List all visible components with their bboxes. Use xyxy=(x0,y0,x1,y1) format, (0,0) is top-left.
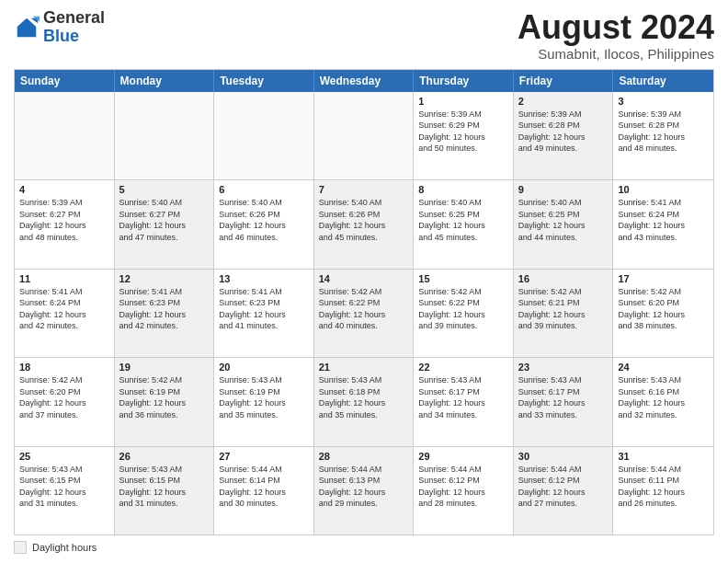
calendar-cell xyxy=(314,92,415,179)
calendar-cell: 24Sunrise: 5:43 AM Sunset: 6:16 PM Dayli… xyxy=(613,358,713,445)
cell-info: Sunrise: 5:44 AM Sunset: 6:12 PM Dayligh… xyxy=(418,464,508,510)
cell-info: Sunrise: 5:40 AM Sunset: 6:25 PM Dayligh… xyxy=(418,197,508,243)
cell-info: Sunrise: 5:43 AM Sunset: 6:16 PM Dayligh… xyxy=(618,374,709,420)
day-number: 16 xyxy=(518,273,609,284)
day-number: 20 xyxy=(219,362,309,373)
day-number: 9 xyxy=(518,184,609,195)
calendar-row-5: 25Sunrise: 5:43 AM Sunset: 6:15 PM Dayli… xyxy=(15,446,713,534)
day-number: 21 xyxy=(319,362,409,373)
calendar-cell xyxy=(214,92,314,179)
cell-info: Sunrise: 5:43 AM Sunset: 6:17 PM Dayligh… xyxy=(418,374,508,420)
day-number: 23 xyxy=(518,362,609,373)
day-number: 2 xyxy=(518,96,609,107)
calendar-cell: 26Sunrise: 5:43 AM Sunset: 6:15 PM Dayli… xyxy=(115,447,215,534)
cell-info: Sunrise: 5:44 AM Sunset: 6:14 PM Dayligh… xyxy=(219,464,309,510)
calendar-row-3: 11Sunrise: 5:41 AM Sunset: 6:24 PM Dayli… xyxy=(15,269,713,357)
cell-info: Sunrise: 5:40 AM Sunset: 6:26 PM Dayligh… xyxy=(219,197,309,243)
day-number: 13 xyxy=(219,273,309,284)
day-number: 4 xyxy=(19,184,109,195)
logo-general: General xyxy=(43,8,105,27)
cell-info: Sunrise: 5:40 AM Sunset: 6:27 PM Dayligh… xyxy=(119,197,210,243)
cell-info: Sunrise: 5:42 AM Sunset: 6:19 PM Dayligh… xyxy=(119,374,210,420)
calendar-cell: 8Sunrise: 5:40 AM Sunset: 6:25 PM Daylig… xyxy=(414,180,514,268)
day-number: 8 xyxy=(418,184,508,195)
header-day-tuesday: Tuesday xyxy=(214,70,314,92)
day-number: 6 xyxy=(219,184,309,195)
calendar-cell: 23Sunrise: 5:43 AM Sunset: 6:17 PM Dayli… xyxy=(514,358,614,445)
logo-blue: Blue xyxy=(43,27,79,45)
calendar-cell: 18Sunrise: 5:42 AM Sunset: 6:20 PM Dayli… xyxy=(15,358,115,445)
day-number: 24 xyxy=(618,362,709,373)
calendar-cell: 19Sunrise: 5:42 AM Sunset: 6:19 PM Dayli… xyxy=(115,358,215,445)
title-block: August 2024 Sumabnit, Ilocos, Philippine… xyxy=(518,9,714,62)
day-number: 18 xyxy=(19,362,109,373)
calendar-cell xyxy=(15,92,115,179)
calendar-cell: 22Sunrise: 5:43 AM Sunset: 6:17 PM Dayli… xyxy=(414,358,514,445)
cell-info: Sunrise: 5:43 AM Sunset: 6:18 PM Dayligh… xyxy=(319,374,409,420)
calendar: SundayMondayTuesdayWednesdayThursdayFrid… xyxy=(14,69,714,535)
day-number: 7 xyxy=(319,184,409,195)
header-day-saturday: Saturday xyxy=(613,70,713,92)
cell-info: Sunrise: 5:42 AM Sunset: 6:20 PM Dayligh… xyxy=(618,286,709,332)
header-day-monday: Monday xyxy=(115,70,215,92)
calendar-cell: 3Sunrise: 5:39 AM Sunset: 6:28 PM Daylig… xyxy=(613,92,713,179)
calendar-cell: 16Sunrise: 5:42 AM Sunset: 6:21 PM Dayli… xyxy=(514,270,614,357)
shaded-box xyxy=(14,541,27,554)
calendar-cell: 6Sunrise: 5:40 AM Sunset: 6:26 PM Daylig… xyxy=(214,180,314,268)
day-number: 30 xyxy=(518,451,609,462)
day-number: 11 xyxy=(19,273,109,284)
day-number: 26 xyxy=(119,451,210,462)
footer-label: Daylight hours xyxy=(32,542,97,553)
calendar-cell: 11Sunrise: 5:41 AM Sunset: 6:24 PM Dayli… xyxy=(15,270,115,357)
calendar-cell: 12Sunrise: 5:41 AM Sunset: 6:23 PM Dayli… xyxy=(115,270,215,357)
day-number: 15 xyxy=(418,273,508,284)
calendar-cell: 29Sunrise: 5:44 AM Sunset: 6:12 PM Dayli… xyxy=(414,447,514,534)
cell-info: Sunrise: 5:40 AM Sunset: 6:26 PM Dayligh… xyxy=(319,197,409,243)
header-day-thursday: Thursday xyxy=(414,70,514,92)
calendar-cell: 21Sunrise: 5:43 AM Sunset: 6:18 PM Dayli… xyxy=(314,358,415,445)
calendar-cell: 13Sunrise: 5:41 AM Sunset: 6:23 PM Dayli… xyxy=(214,270,314,357)
cell-info: Sunrise: 5:43 AM Sunset: 6:17 PM Dayligh… xyxy=(518,374,609,420)
day-number: 17 xyxy=(618,273,709,284)
cell-info: Sunrise: 5:41 AM Sunset: 6:23 PM Dayligh… xyxy=(119,286,210,332)
cell-info: Sunrise: 5:39 AM Sunset: 6:28 PM Dayligh… xyxy=(618,109,709,155)
calendar-cell: 10Sunrise: 5:41 AM Sunset: 6:24 PM Dayli… xyxy=(613,180,713,268)
cell-info: Sunrise: 5:43 AM Sunset: 6:19 PM Dayligh… xyxy=(219,374,309,420)
cell-info: Sunrise: 5:41 AM Sunset: 6:24 PM Dayligh… xyxy=(19,286,109,332)
cell-info: Sunrise: 5:41 AM Sunset: 6:24 PM Dayligh… xyxy=(618,197,709,243)
cell-info: Sunrise: 5:39 AM Sunset: 6:27 PM Dayligh… xyxy=(19,197,109,243)
calendar-body: 1Sunrise: 5:39 AM Sunset: 6:29 PM Daylig… xyxy=(15,92,713,534)
day-number: 10 xyxy=(618,184,709,195)
calendar-cell: 1Sunrise: 5:39 AM Sunset: 6:29 PM Daylig… xyxy=(414,92,514,179)
calendar-cell: 28Sunrise: 5:44 AM Sunset: 6:13 PM Dayli… xyxy=(314,447,415,534)
page: General Blue August 2024 Sumabnit, Iloco… xyxy=(0,0,728,563)
svg-marker-0 xyxy=(17,18,37,38)
calendar-row-1: 1Sunrise: 5:39 AM Sunset: 6:29 PM Daylig… xyxy=(15,92,713,179)
subtitle: Sumabnit, Ilocos, Philippines xyxy=(518,46,714,62)
day-number: 3 xyxy=(618,96,709,107)
calendar-cell xyxy=(115,92,215,179)
calendar-cell: 7Sunrise: 5:40 AM Sunset: 6:26 PM Daylig… xyxy=(314,180,415,268)
day-number: 19 xyxy=(119,362,210,373)
day-number: 12 xyxy=(119,273,210,284)
day-number: 29 xyxy=(418,451,508,462)
calendar-cell: 15Sunrise: 5:42 AM Sunset: 6:22 PM Dayli… xyxy=(414,270,514,357)
day-number: 5 xyxy=(119,184,210,195)
calendar-cell: 30Sunrise: 5:44 AM Sunset: 6:12 PM Dayli… xyxy=(514,447,614,534)
cell-info: Sunrise: 5:44 AM Sunset: 6:12 PM Dayligh… xyxy=(518,464,609,510)
header-day-wednesday: Wednesday xyxy=(314,70,415,92)
calendar-cell: 20Sunrise: 5:43 AM Sunset: 6:19 PM Dayli… xyxy=(214,358,314,445)
calendar-cell: 2Sunrise: 5:39 AM Sunset: 6:28 PM Daylig… xyxy=(514,92,614,179)
calendar-cell: 31Sunrise: 5:44 AM Sunset: 6:11 PM Dayli… xyxy=(613,447,713,534)
calendar-cell: 27Sunrise: 5:44 AM Sunset: 6:14 PM Dayli… xyxy=(214,447,314,534)
day-number: 28 xyxy=(319,451,409,462)
calendar-row-2: 4Sunrise: 5:39 AM Sunset: 6:27 PM Daylig… xyxy=(15,179,713,268)
calendar-cell: 17Sunrise: 5:42 AM Sunset: 6:20 PM Dayli… xyxy=(613,270,713,357)
cell-info: Sunrise: 5:42 AM Sunset: 6:20 PM Dayligh… xyxy=(19,374,109,420)
logo-icon xyxy=(14,15,40,40)
cell-info: Sunrise: 5:42 AM Sunset: 6:21 PM Dayligh… xyxy=(518,286,609,332)
calendar-cell: 25Sunrise: 5:43 AM Sunset: 6:15 PM Dayli… xyxy=(15,447,115,534)
cell-info: Sunrise: 5:42 AM Sunset: 6:22 PM Dayligh… xyxy=(319,286,409,332)
day-number: 25 xyxy=(19,451,109,462)
cell-info: Sunrise: 5:39 AM Sunset: 6:29 PM Dayligh… xyxy=(418,109,508,155)
